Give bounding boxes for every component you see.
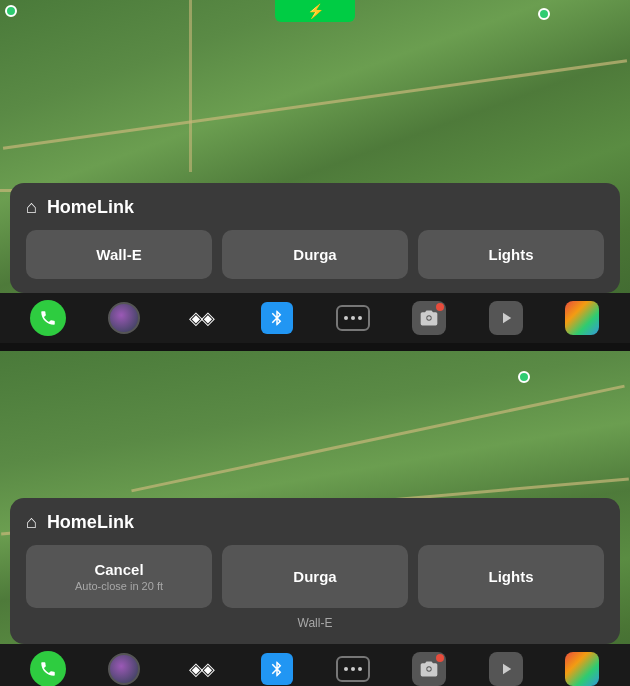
- app-button-bottom[interactable]: [560, 647, 604, 686]
- homelink-card-top: ⌂ HomeLink Wall-E Durga Lights: [10, 183, 620, 293]
- lights-button-bottom[interactable]: Lights: [418, 545, 604, 608]
- dot1-b: [344, 667, 348, 671]
- phone-icon-wrap-b: [30, 651, 66, 686]
- camera-icon: [419, 308, 439, 328]
- bluetooth-icon-b: [268, 660, 286, 678]
- homelink-buttons-bottom: Cancel Auto-close in 20 ft Durga Lights: [26, 545, 604, 608]
- app-icon-b: [565, 652, 599, 686]
- camera-dot: [436, 303, 444, 311]
- play-icon-b: [497, 660, 515, 678]
- bluetooth-button-bottom[interactable]: [255, 647, 299, 686]
- tidal-icon: ◈◈: [189, 307, 213, 329]
- map-pin: [538, 8, 550, 20]
- homelink-card-bottom: ⌂ HomeLink Cancel Auto-close in 20 ft Du…: [10, 498, 620, 644]
- homelink-buttons-top: Wall-E Durga Lights: [26, 230, 604, 279]
- camera-button-bottom[interactable]: [407, 647, 451, 686]
- dot3: [358, 316, 362, 320]
- dot3-b: [358, 667, 362, 671]
- camera-icon-wrap-b: [412, 652, 446, 686]
- phone-button-top[interactable]: [26, 296, 70, 340]
- panel-divider: [0, 343, 630, 351]
- map-pin: [5, 5, 17, 17]
- more-icon: [336, 305, 370, 331]
- tidal-icon-b: ◈◈: [189, 658, 213, 680]
- lights-button-top[interactable]: Lights: [418, 230, 604, 279]
- more-button-top[interactable]: [331, 296, 375, 340]
- bluetooth-icon-wrap: [261, 302, 293, 334]
- charging-icon: ⚡: [307, 3, 324, 19]
- app-icon: [565, 301, 599, 335]
- siri-icon-b: [108, 653, 140, 685]
- media-button-bottom[interactable]: [484, 647, 528, 686]
- home-icon-bottom: ⌂: [26, 512, 37, 533]
- bluetooth-icon: [268, 309, 286, 327]
- bluetooth-icon-wrap-b: [261, 653, 293, 685]
- cancel-button[interactable]: Cancel Auto-close in 20 ft: [26, 545, 212, 608]
- dot2-b: [351, 667, 355, 671]
- durga-button-bottom[interactable]: Durga: [222, 545, 408, 608]
- siri-button-bottom[interactable]: [102, 647, 146, 686]
- bluetooth-button-top[interactable]: [255, 296, 299, 340]
- wall-e-label: Wall-E: [26, 616, 604, 630]
- dot2: [351, 316, 355, 320]
- camera-icon-wrap: [412, 301, 446, 335]
- durga-button-top[interactable]: Durga: [222, 230, 408, 279]
- cancel-sublabel: Auto-close in 20 ft: [75, 580, 163, 592]
- more-button-bottom[interactable]: [331, 647, 375, 686]
- homelink-header-bottom: ⌂ HomeLink: [26, 512, 604, 533]
- map-pin-b: [518, 371, 530, 383]
- phone-icon-wrap: [30, 300, 66, 336]
- bottom-panel: ⌂ HomeLink Cancel Auto-close in 20 ft Du…: [0, 351, 630, 686]
- tidal-button-bottom[interactable]: ◈◈: [179, 647, 223, 686]
- media-button-top[interactable]: [484, 296, 528, 340]
- camera-icon-b: [419, 659, 439, 679]
- phone-icon-b: [39, 660, 57, 678]
- charging-indicator: ⚡: [275, 0, 355, 22]
- map-road: [3, 59, 627, 150]
- top-panel: ⚡ ⌂ HomeLink Wall-E Durga Lights ◈◈: [0, 0, 630, 343]
- camera-button-top[interactable]: [407, 296, 451, 340]
- wall-e-button[interactable]: Wall-E: [26, 230, 212, 279]
- homelink-title-top: HomeLink: [47, 197, 134, 218]
- phone-button-bottom[interactable]: [26, 647, 70, 686]
- map-road-b2: [131, 384, 625, 492]
- map-road: [189, 0, 192, 172]
- taskbar-bottom: ◈◈: [0, 644, 630, 686]
- homelink-title-bottom: HomeLink: [47, 512, 134, 533]
- siri-icon: [108, 302, 140, 334]
- media-icon-wrap-b: [489, 652, 523, 686]
- dot1: [344, 316, 348, 320]
- play-icon: [497, 309, 515, 327]
- homelink-header: ⌂ HomeLink: [26, 197, 604, 218]
- more-icon-b: [336, 656, 370, 682]
- siri-button-top[interactable]: [102, 296, 146, 340]
- taskbar-top: ◈◈: [0, 293, 630, 343]
- cancel-label: Cancel: [94, 561, 143, 578]
- home-icon: ⌂: [26, 197, 37, 218]
- tidal-button-top[interactable]: ◈◈: [179, 296, 223, 340]
- phone-icon: [39, 309, 57, 327]
- camera-dot-b: [436, 654, 444, 662]
- media-icon-wrap: [489, 301, 523, 335]
- app-button-top[interactable]: [560, 296, 604, 340]
